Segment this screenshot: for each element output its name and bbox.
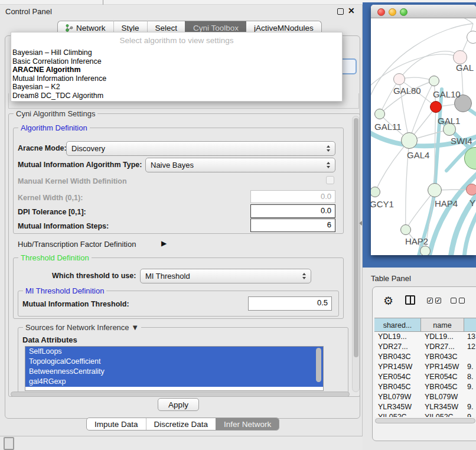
node-label: Y bbox=[470, 198, 475, 208]
algorithm-dropdown-popup: Select algorithm to view settings Bayesi… bbox=[11, 32, 343, 102]
network-node-gal11[interactable] bbox=[374, 109, 385, 119]
hub-expand-arrow-icon[interactable]: ▶ bbox=[161, 239, 167, 247]
settings-horizontal-scrollbar[interactable] bbox=[11, 392, 350, 397]
minimized-panel-icon[interactable] bbox=[4, 437, 14, 450]
network-node-hap4[interactable] bbox=[428, 183, 442, 197]
mi-algorithm-type-select[interactable]: Naive Bayes bbox=[145, 158, 335, 172]
algorithm-option[interactable]: Mutual Information Inference bbox=[12, 74, 341, 83]
close-icon[interactable]: ✕ bbox=[348, 6, 355, 15]
network-node-partial-bottom[interactable] bbox=[420, 246, 431, 255]
sources-collapse-arrow-icon[interactable]: ▼ bbox=[131, 323, 139, 332]
tab-discretize-data[interactable]: Discretize Data bbox=[146, 418, 216, 430]
tab-style-label: Style bbox=[122, 24, 139, 32]
aracne-mode-label: Aracne Mode: bbox=[18, 144, 67, 152]
dpi-tolerance-field[interactable]: 0.0 bbox=[250, 204, 335, 218]
cell: YDR27... bbox=[421, 342, 464, 352]
network-node-hap2[interactable] bbox=[400, 224, 411, 235]
algorithm-list: Bayesian – Hill Climbing Basic Correlati… bbox=[12, 48, 341, 100]
tab-infer-network[interactable]: Infer Network bbox=[216, 418, 279, 430]
window-minimize-icon[interactable] bbox=[389, 8, 396, 16]
table-row[interactable]: YDL19...YDL19...13 bbox=[374, 332, 476, 342]
table-row[interactable]: YBR043CYBR043C bbox=[374, 352, 476, 362]
float-panel-icon[interactable] bbox=[337, 8, 344, 15]
mi-steps-field[interactable]: 6 bbox=[250, 219, 335, 232]
cell: YLR345W bbox=[421, 402, 464, 412]
network-view-window: GAL GAL80 GAL10 GAL1 GAL11 SWI4 GAL4 Y H… bbox=[371, 5, 476, 255]
network-node-y-partial[interactable] bbox=[466, 184, 476, 195]
settings-scrollbar-thumb[interactable] bbox=[354, 118, 358, 357]
table-row[interactable]: YBL079WYBL079W bbox=[374, 392, 476, 402]
cell: YBR045C bbox=[421, 382, 464, 392]
algorithm-prompt: Select algorithm to view settings bbox=[11, 36, 342, 45]
mi-algorithm-type-label: Mutual Information Algorithm Type: bbox=[18, 161, 142, 169]
node-label: GAL10 bbox=[433, 89, 461, 99]
network-node-gal4[interactable] bbox=[401, 132, 418, 149]
algorithm-option[interactable]: Bayesian – Hill Climbing bbox=[12, 48, 341, 57]
manual-kernel-width-label: Manual Kernel Width Definition bbox=[18, 177, 127, 185]
dpi-tolerance-label: DPI Tolerance [0,1]: bbox=[18, 208, 86, 216]
algorithm-option[interactable]: Dream8 DC_TDC Algorithm bbox=[12, 92, 341, 100]
attributes-scrollbar-thumb[interactable] bbox=[316, 348, 321, 382]
select-none-icon[interactable] bbox=[459, 298, 465, 304]
cell: 12 bbox=[464, 342, 476, 352]
which-threshold-select[interactable]: MI Threshold bbox=[140, 269, 311, 283]
aracne-mode-select[interactable]: Discovery bbox=[66, 141, 335, 156]
threshold-definition-title: Threshold Definition bbox=[18, 253, 92, 262]
sources-title: Sources for Network Inference bbox=[25, 323, 129, 332]
kernel-width-field[interactable]: 0.0 bbox=[250, 190, 335, 203]
control-panel-title: Control Panel bbox=[5, 7, 52, 16]
spinner-icon bbox=[327, 162, 330, 168]
column-header-name[interactable]: name bbox=[421, 318, 464, 331]
table-row[interactable]: YBR045CYBR045C9. bbox=[374, 382, 476, 392]
table-scrollbar-thumb[interactable] bbox=[375, 418, 475, 423]
table-horizontal-scrollbar[interactable] bbox=[375, 418, 476, 424]
network-node-partial-top[interactable] bbox=[467, 31, 476, 44]
table-row[interactable]: YDR27...YDR27...12 bbox=[374, 342, 476, 352]
hub-definition-label: Hub/Transcription Factor Definition bbox=[18, 240, 136, 249]
columns-icon[interactable] bbox=[405, 295, 415, 305]
table-row[interactable]: YPR145WYPR145W9. bbox=[374, 362, 476, 372]
column-header-partial[interactable] bbox=[464, 318, 476, 331]
spinner-icon bbox=[302, 273, 306, 279]
network-node-gal1[interactable] bbox=[430, 101, 442, 113]
splitter-collapse-handle[interactable] bbox=[359, 221, 362, 226]
attribute-item[interactable]: SelfLoops bbox=[25, 347, 323, 357]
table-row-partial[interactable]: YIL052CYIL052C9. bbox=[374, 412, 476, 417]
node-label: HAP2 bbox=[405, 236, 428, 246]
window-close-icon[interactable] bbox=[377, 8, 385, 16]
network-window-titlebar[interactable] bbox=[371, 5, 476, 18]
tab-impute-data[interactable]: Impute Data bbox=[87, 418, 146, 430]
algorithm-option[interactable]: Bayesian – K2 bbox=[12, 83, 341, 92]
table-row[interactable]: YLR345WYLR345W9. bbox=[374, 402, 476, 412]
column-header-shared-name[interactable]: shared... bbox=[374, 318, 421, 331]
mi-threshold-field[interactable]: 0.5 bbox=[248, 296, 332, 311]
window-zoom-icon[interactable] bbox=[400, 8, 407, 16]
tab-jactivemnodules-label: jActiveMNodules bbox=[254, 24, 314, 32]
table-row[interactable]: YER054CYER054C8. bbox=[374, 372, 476, 382]
algorithm-option-selected[interactable]: ARACNE Algorithm bbox=[12, 66, 341, 74]
node-label: GAL4 bbox=[407, 150, 429, 160]
aracne-mode-value: Discovery bbox=[71, 144, 323, 153]
cyni-algorithm-settings-title: Cyni Algorithm Settings bbox=[14, 109, 97, 118]
select-all-checked-icon[interactable]: ✓ bbox=[427, 298, 433, 304]
select-all-checked-icon[interactable]: ✓ bbox=[435, 298, 441, 304]
kernel-width-label: Kernel Width (0,1): bbox=[18, 194, 83, 202]
algorithm-option[interactable]: Basic Correlation Inference bbox=[12, 57, 341, 66]
settings-vertical-scrollbar[interactable] bbox=[352, 116, 360, 392]
apply-button[interactable]: Apply bbox=[158, 398, 199, 411]
table-header-row: shared... name bbox=[374, 318, 476, 332]
node-label: GAL11 bbox=[374, 122, 402, 132]
attribute-item[interactable]: gal4RGexp bbox=[25, 377, 323, 387]
cell: YDR27... bbox=[374, 342, 421, 352]
data-attributes-list[interactable]: SelfLoops TopologicalCoefficient Between… bbox=[25, 346, 324, 391]
network-node-gal10[interactable] bbox=[429, 76, 439, 86]
manual-kernel-width-checkbox[interactable] bbox=[326, 176, 334, 184]
select-none-icon[interactable] bbox=[451, 298, 457, 304]
attribute-item[interactable]: BetweennessCentrality bbox=[25, 367, 323, 377]
cell: YER054C bbox=[421, 372, 464, 382]
gear-icon[interactable]: ⚙ bbox=[383, 294, 393, 308]
cell: YDL19... bbox=[421, 332, 464, 342]
node-label: SWI4 bbox=[451, 136, 472, 146]
network-node-gal80[interactable] bbox=[393, 73, 405, 85]
attribute-item[interactable]: TopologicalCoefficient bbox=[25, 357, 323, 367]
